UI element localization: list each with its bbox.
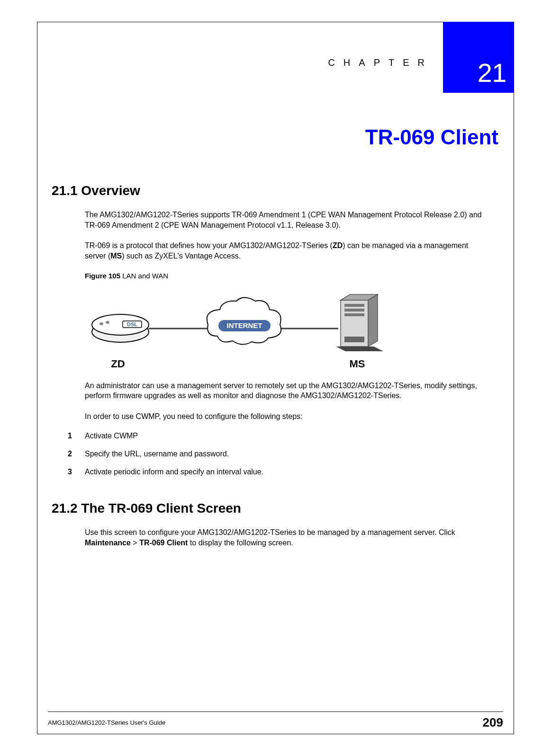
ms-label: MS bbox=[326, 358, 388, 370]
figure-caption-text: LAN and WAN bbox=[120, 272, 168, 280]
section-21-2-heading: 21.2 The TR-069 Client Screen bbox=[52, 501, 514, 516]
step-3-text: Activate periodic inform and specify an … bbox=[85, 468, 263, 476]
chapter-number-box: 21 bbox=[443, 22, 514, 93]
chapter-title: TR-069 Client bbox=[37, 125, 498, 149]
router-icon: DSL bbox=[92, 314, 149, 342]
s2-b1: Maintenance bbox=[85, 539, 131, 547]
section-21-1-body: The AMG1302/AMG1202-TSeries supports TR-… bbox=[85, 210, 489, 281]
s2-mid: > bbox=[131, 539, 139, 547]
step-1-text: Activate CWMP bbox=[85, 432, 138, 440]
page-frame: CHAPTER 21 TR-069 Client 21.1 Overview T… bbox=[37, 22, 514, 734]
chapter-number: 21 bbox=[478, 57, 506, 88]
footer-guide-name: AMG1302/AMG1202-TSeries User's Guide bbox=[48, 719, 483, 726]
footer-page-number: 209 bbox=[483, 715, 503, 730]
chapter-label: CHAPTER bbox=[328, 57, 433, 68]
s2-post: to display the following screen. bbox=[188, 539, 293, 547]
svg-rect-9 bbox=[344, 304, 364, 307]
para-screen-1: Use this screen to configure your AMG130… bbox=[85, 527, 489, 548]
section-21-1-body2: An administrator can use a management se… bbox=[85, 381, 489, 422]
server-icon bbox=[336, 294, 383, 351]
svg-marker-8 bbox=[368, 294, 378, 347]
para2-ms: MS bbox=[110, 252, 122, 260]
svg-rect-10 bbox=[344, 309, 364, 311]
step-2-num: 2 bbox=[68, 450, 85, 458]
para-overview-3: An administrator can use a management se… bbox=[85, 381, 489, 401]
step-2-text: Specify the URL, username and password. bbox=[85, 450, 229, 458]
para2-zd: ZD bbox=[333, 241, 343, 249]
internet-label: INTERNET bbox=[227, 321, 262, 329]
diagram-labels: ZD MS bbox=[85, 358, 388, 370]
para-overview-2: TR-069 is a protocol that defines how yo… bbox=[85, 240, 489, 261]
para-overview-4: In order to use CWMP, you need to config… bbox=[85, 411, 489, 422]
section-21-2-body: Use this screen to configure your AMG130… bbox=[85, 527, 489, 548]
internet-cloud-icon: INTERNET bbox=[207, 297, 281, 344]
page-footer: AMG1302/AMG1202-TSeries User's Guide 209 bbox=[37, 715, 514, 730]
step-3: 3 Activate periodic inform and specify a… bbox=[68, 468, 489, 476]
step-2: 2 Specify the URL, username and password… bbox=[68, 450, 489, 458]
step-1-num: 1 bbox=[68, 432, 85, 440]
dsl-label: DSL bbox=[127, 321, 137, 327]
lan-wan-diagram: DSL INTERNET bbox=[85, 292, 514, 353]
svg-point-3 bbox=[106, 321, 109, 324]
s2-pre: Use this screen to configure your AMG130… bbox=[85, 528, 455, 536]
cwmp-steps: 1 Activate CWMP 2 Specify the URL, usern… bbox=[68, 432, 489, 476]
para2-pre: TR-069 is a protocol that defines how yo… bbox=[85, 241, 333, 249]
section-21-1-heading: 21.1 Overview bbox=[52, 183, 514, 198]
figure-label: Figure 105 bbox=[85, 272, 120, 280]
para-overview-1: The AMG1302/AMG1202-TSeries supports TR-… bbox=[85, 210, 489, 230]
svg-marker-13 bbox=[336, 347, 383, 351]
para2-post: ) such as ZyXEL's Vantage Access. bbox=[122, 252, 241, 260]
step-3-num: 3 bbox=[68, 468, 85, 476]
svg-rect-12 bbox=[344, 337, 364, 342]
svg-rect-11 bbox=[344, 313, 364, 316]
step-1: 1 Activate CWMP bbox=[68, 432, 489, 440]
s2-b2: TR-069 Client bbox=[139, 539, 188, 547]
svg-point-2 bbox=[99, 322, 103, 325]
figure-caption: Figure 105 LAN and WAN bbox=[85, 271, 489, 281]
zd-label: ZD bbox=[85, 358, 151, 370]
